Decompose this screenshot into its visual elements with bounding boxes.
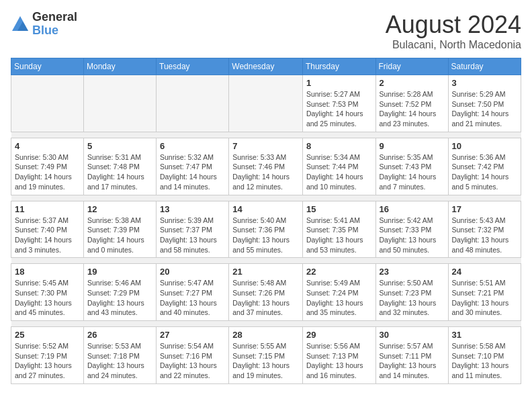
table-row: 25Sunrise: 5:52 AM Sunset: 7:19 PM Dayli…	[11, 327, 84, 384]
logo-text: General Blue	[32, 11, 77, 38]
day-number: 10	[452, 141, 517, 151]
day-info: Sunrise: 5:53 AM Sunset: 7:18 PM Dayligh…	[87, 341, 152, 381]
table-row: 29Sunrise: 5:56 AM Sunset: 7:13 PM Dayli…	[302, 327, 375, 384]
day-number: 20	[160, 267, 225, 277]
table-row: 31Sunrise: 5:58 AM Sunset: 7:10 PM Dayli…	[448, 327, 521, 384]
col-sunday: Sunday	[11, 58, 84, 75]
col-tuesday: Tuesday	[157, 58, 229, 75]
calendar-week-5: 25Sunrise: 5:52 AM Sunset: 7:19 PM Dayli…	[11, 327, 521, 384]
table-row: 12Sunrise: 5:38 AM Sunset: 7:39 PM Dayli…	[84, 201, 157, 258]
table-row: 2Sunrise: 5:28 AM Sunset: 7:52 PM Daylig…	[375, 75, 448, 132]
day-number: 28	[232, 330, 299, 340]
table-row: 4Sunrise: 5:30 AM Sunset: 7:49 PM Daylig…	[11, 138, 84, 195]
day-info: Sunrise: 5:54 AM Sunset: 7:16 PM Dayligh…	[160, 341, 225, 381]
day-info: Sunrise: 5:50 AM Sunset: 7:23 PM Dayligh…	[380, 278, 445, 318]
day-number: 23	[380, 267, 445, 277]
day-info: Sunrise: 5:41 AM Sunset: 7:35 PM Dayligh…	[306, 216, 372, 255]
row-spacer	[11, 132, 521, 138]
day-info: Sunrise: 5:29 AM Sunset: 7:50 PM Dayligh…	[452, 89, 517, 129]
logo-general: General	[32, 11, 77, 24]
day-info: Sunrise: 5:47 AM Sunset: 7:27 PM Dayligh…	[160, 278, 225, 318]
day-number: 13	[160, 204, 225, 214]
table-row: 5Sunrise: 5:31 AM Sunset: 7:48 PM Daylig…	[84, 138, 157, 195]
day-info: Sunrise: 5:27 AM Sunset: 7:53 PM Dayligh…	[306, 89, 372, 129]
day-info: Sunrise: 5:57 AM Sunset: 7:11 PM Dayligh…	[380, 341, 445, 381]
day-info: Sunrise: 5:46 AM Sunset: 7:29 PM Dayligh…	[87, 278, 152, 318]
day-number: 26	[87, 330, 152, 340]
day-info: Sunrise: 5:48 AM Sunset: 7:26 PM Dayligh…	[232, 278, 299, 318]
day-number: 31	[452, 330, 517, 340]
calendar-week-4: 18Sunrise: 5:45 AM Sunset: 7:30 PM Dayli…	[11, 264, 521, 321]
day-info: Sunrise: 5:33 AM Sunset: 7:46 PM Dayligh…	[232, 152, 299, 192]
day-info: Sunrise: 5:37 AM Sunset: 7:40 PM Dayligh…	[15, 216, 80, 255]
table-row: 14Sunrise: 5:40 AM Sunset: 7:36 PM Dayli…	[229, 201, 303, 258]
table-row: 19Sunrise: 5:46 AM Sunset: 7:29 PM Dayli…	[84, 264, 157, 321]
day-info: Sunrise: 5:31 AM Sunset: 7:48 PM Dayligh…	[87, 152, 152, 192]
table-row	[229, 75, 303, 132]
table-row: 13Sunrise: 5:39 AM Sunset: 7:37 PM Dayli…	[157, 201, 229, 258]
table-row	[11, 75, 84, 132]
day-info: Sunrise: 5:56 AM Sunset: 7:13 PM Dayligh…	[306, 341, 372, 381]
day-info: Sunrise: 5:51 AM Sunset: 7:21 PM Dayligh…	[452, 278, 517, 318]
day-number: 16	[380, 204, 445, 214]
col-thursday: Thursday	[302, 58, 375, 75]
table-row: 24Sunrise: 5:51 AM Sunset: 7:21 PM Dayli…	[448, 264, 521, 321]
table-row: 9Sunrise: 5:35 AM Sunset: 7:43 PM Daylig…	[375, 138, 448, 195]
table-row: 6Sunrise: 5:32 AM Sunset: 7:47 PM Daylig…	[157, 138, 229, 195]
table-row: 27Sunrise: 5:54 AM Sunset: 7:16 PM Dayli…	[157, 327, 229, 384]
day-number: 4	[15, 141, 80, 151]
day-info: Sunrise: 5:40 AM Sunset: 7:36 PM Dayligh…	[232, 216, 299, 255]
table-row: 16Sunrise: 5:42 AM Sunset: 7:33 PM Dayli…	[375, 201, 448, 258]
day-info: Sunrise: 5:35 AM Sunset: 7:43 PM Dayligh…	[380, 152, 445, 192]
day-number: 21	[232, 267, 299, 277]
table-row: 15Sunrise: 5:41 AM Sunset: 7:35 PM Dayli…	[302, 201, 375, 258]
day-number: 9	[380, 141, 445, 151]
table-row: 30Sunrise: 5:57 AM Sunset: 7:11 PM Dayli…	[375, 327, 448, 384]
calendar-week-1: 1Sunrise: 5:27 AM Sunset: 7:53 PM Daylig…	[11, 75, 521, 132]
day-info: Sunrise: 5:55 AM Sunset: 7:15 PM Dayligh…	[232, 341, 299, 381]
table-row: 28Sunrise: 5:55 AM Sunset: 7:15 PM Dayli…	[229, 327, 303, 384]
location-title: Bulacani, North Macedonia	[386, 39, 521, 51]
day-number: 1	[306, 78, 372, 88]
day-number: 25	[15, 330, 80, 340]
day-number: 24	[452, 267, 517, 277]
title-block: August 2024 Bulacani, North Macedonia	[386, 11, 521, 51]
day-info: Sunrise: 5:32 AM Sunset: 7:47 PM Dayligh…	[160, 152, 225, 192]
logo-icon	[11, 15, 30, 34]
calendar-week-3: 11Sunrise: 5:37 AM Sunset: 7:40 PM Dayli…	[11, 201, 521, 258]
day-info: Sunrise: 5:28 AM Sunset: 7:52 PM Dayligh…	[380, 89, 445, 129]
col-wednesday: Wednesday	[229, 58, 303, 75]
day-info: Sunrise: 5:38 AM Sunset: 7:39 PM Dayligh…	[87, 216, 152, 255]
calendar-header-row: Sunday Monday Tuesday Wednesday Thursday…	[11, 58, 521, 75]
col-friday: Friday	[375, 58, 448, 75]
day-number: 3	[452, 78, 517, 88]
table-row: 22Sunrise: 5:49 AM Sunset: 7:24 PM Dayli…	[302, 264, 375, 321]
day-info: Sunrise: 5:42 AM Sunset: 7:33 PM Dayligh…	[380, 216, 445, 255]
col-saturday: Saturday	[448, 58, 521, 75]
day-info: Sunrise: 5:36 AM Sunset: 7:42 PM Dayligh…	[452, 152, 517, 192]
day-number: 2	[380, 78, 445, 88]
table-row: 21Sunrise: 5:48 AM Sunset: 7:26 PM Dayli…	[229, 264, 303, 321]
day-number: 14	[232, 204, 299, 214]
day-info: Sunrise: 5:34 AM Sunset: 7:44 PM Dayligh…	[306, 152, 372, 192]
table-row: 26Sunrise: 5:53 AM Sunset: 7:18 PM Dayli…	[84, 327, 157, 384]
row-spacer	[11, 321, 521, 327]
logo-blue: Blue	[32, 24, 77, 38]
day-number: 29	[306, 330, 372, 340]
calendar-table: Sunday Monday Tuesday Wednesday Thursday…	[11, 58, 521, 384]
day-number: 5	[87, 141, 152, 151]
table-row: 18Sunrise: 5:45 AM Sunset: 7:30 PM Dayli…	[11, 264, 84, 321]
day-info: Sunrise: 5:45 AM Sunset: 7:30 PM Dayligh…	[15, 278, 80, 318]
day-number: 8	[306, 141, 372, 151]
table-row: 20Sunrise: 5:47 AM Sunset: 7:27 PM Dayli…	[157, 264, 229, 321]
day-info: Sunrise: 5:39 AM Sunset: 7:37 PM Dayligh…	[160, 216, 225, 255]
month-title: August 2024	[386, 11, 521, 39]
day-number: 11	[15, 204, 80, 214]
table-row: 23Sunrise: 5:50 AM Sunset: 7:23 PM Dayli…	[375, 264, 448, 321]
day-info: Sunrise: 5:30 AM Sunset: 7:49 PM Dayligh…	[15, 152, 80, 192]
day-number: 15	[306, 204, 372, 214]
page-header: General Blue August 2024 Bulacani, North…	[11, 11, 521, 51]
day-number: 22	[306, 267, 372, 277]
table-row: 17Sunrise: 5:43 AM Sunset: 7:32 PM Dayli…	[448, 201, 521, 258]
day-number: 17	[452, 204, 517, 214]
